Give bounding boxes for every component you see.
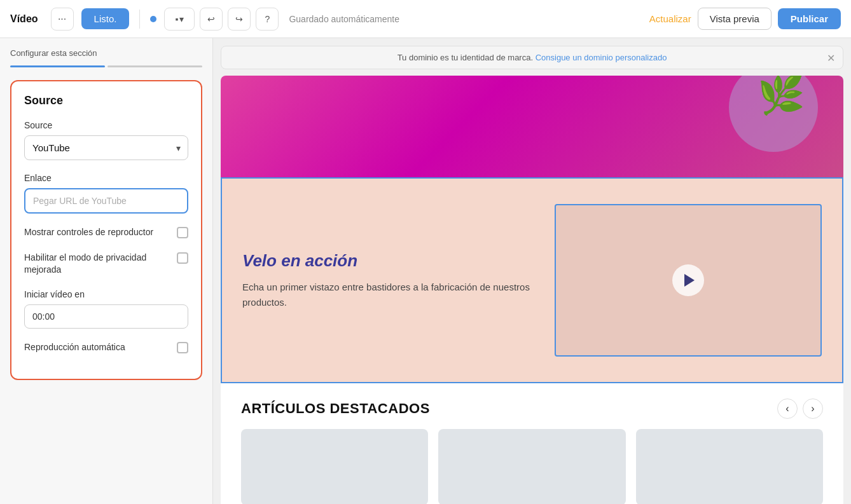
next-arrow-button[interactable]: › (803, 398, 823, 419)
hero-plant-decoration: 🌿 (758, 76, 805, 114)
preview-container: 🌿 Velo en acción Echa un primer vistazo … (221, 76, 843, 504)
progress-seg-1 (10, 65, 105, 67)
articles-section: ARTÍCULOS DESTACADOS ‹ › (221, 383, 843, 504)
page-title: Vídeo (10, 13, 38, 25)
mostrar-controles-row: Mostrar controles de reproductor (24, 226, 188, 239)
video-section: Velo en acción Echa un primer vistazo en… (221, 177, 843, 383)
redo-button[interactable]: ↪ (228, 8, 251, 31)
play-button[interactable] (672, 264, 704, 296)
main-content: Configurar esta sección Source Source Yo… (0, 38, 851, 504)
source-select[interactable]: YouTube Vimeo Self-hosted (24, 135, 188, 160)
article-card-2 (438, 429, 625, 504)
dots-icon: ··· (58, 13, 66, 25)
article-card-1 (241, 429, 428, 504)
right-panel: Tu dominio es tu identidad de marca. Con… (213, 38, 851, 504)
iniciar-label: Iniciar vídeo en (24, 289, 188, 299)
topbar-right: Actualizar Vista previa Publicar (649, 8, 841, 30)
screen-selector-button[interactable]: ▪ ▾ (164, 8, 195, 31)
articles-title: ARTÍCULOS DESTACADOS (241, 400, 430, 417)
progress-bar (10, 65, 202, 67)
article-cards (241, 429, 823, 504)
screen-icon: ▪ (175, 14, 178, 24)
toolbar-center: ▪ ▾ ↩ ↪ ? Guardado automáticamente (150, 8, 641, 31)
divider (139, 10, 140, 29)
domain-banner-text: Tu dominio es tu identidad de marca. (398, 53, 533, 62)
video-heading: Velo en acción (242, 251, 534, 271)
article-card-3 (636, 429, 823, 504)
privacidad-label: Habilitar el modo de privacidad mejorada (24, 252, 169, 276)
url-input[interactable] (24, 188, 188, 214)
time-input[interactable] (24, 304, 188, 329)
done-button[interactable]: Listo. (81, 8, 130, 29)
close-icon[interactable]: ✕ (827, 51, 835, 64)
prev-arrow-button[interactable]: ‹ (777, 398, 798, 419)
source-card: Source Source YouTube Vimeo Self-hosted … (10, 80, 202, 380)
preview-button[interactable]: Vista previa (698, 8, 771, 30)
more-options-button[interactable]: ··· (51, 8, 74, 31)
reproduccion-checkbox[interactable] (177, 342, 188, 353)
domain-banner: Tu dominio es tu identidad de marca. Con… (221, 46, 843, 69)
mostrar-controles-checkbox[interactable] (177, 227, 188, 238)
section-config-label: Configurar esta sección (10, 48, 202, 58)
undo-icon: ↩ (207, 14, 215, 24)
articles-header: ARTÍCULOS DESTACADOS ‹ › (241, 398, 823, 419)
left-panel: Configurar esta sección Source Source Yo… (0, 38, 213, 504)
status-dot (150, 16, 156, 22)
hero-section: 🌿 (221, 76, 843, 177)
auto-save-label: Guardado automáticamente (289, 14, 399, 24)
progress-seg-2 (107, 65, 202, 67)
undo-button[interactable]: ↩ (200, 8, 223, 31)
domain-banner-link[interactable]: Consigue un dominio personalizado (536, 53, 667, 62)
video-description: Echa un primer vistazo entre bastidores … (242, 280, 534, 310)
help-button[interactable]: ? (256, 8, 279, 31)
update-button[interactable]: Actualizar (649, 13, 691, 24)
caret-icon: ▾ (179, 14, 184, 24)
topbar: Vídeo ··· Listo. ▪ ▾ ↩ ↪ ? Guardado auto… (0, 0, 851, 38)
mostrar-controles-label: Mostrar controles de reproductor (24, 226, 169, 239)
help-icon: ? (265, 14, 270, 24)
video-text: Velo en acción Echa un primer vistazo en… (242, 251, 534, 310)
play-icon (684, 274, 695, 287)
publish-button[interactable]: Publicar (778, 8, 841, 29)
redo-icon: ↪ (235, 14, 243, 24)
reproduccion-label: Reproducción automática (24, 341, 169, 354)
source-label: Source (24, 120, 188, 130)
reproduccion-row: Reproducción automática (24, 341, 188, 354)
source-select-wrapper: YouTube Vimeo Self-hosted ▾ (24, 135, 188, 160)
privacidad-checkbox[interactable] (177, 252, 188, 264)
privacidad-row: Habilitar el modo de privacidad mejorada (24, 252, 188, 276)
enlace-label: Enlace (24, 173, 188, 183)
card-title: Source (24, 94, 188, 107)
nav-arrows: ‹ › (777, 398, 823, 419)
video-player[interactable] (555, 204, 822, 357)
